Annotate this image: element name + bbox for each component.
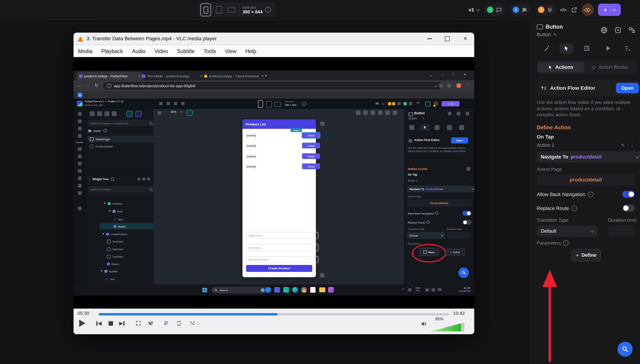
v-allow-back-row: Allow Back Navigation i bbox=[408, 211, 471, 216]
loop-button[interactable] bbox=[176, 320, 182, 326]
flutterflow-favicon bbox=[142, 74, 145, 78]
pencil-icon[interactable]: ✎ bbox=[621, 142, 625, 148]
allow-back-row: Allow Back Navigation i bbox=[537, 191, 634, 198]
device-desktop-button[interactable] bbox=[227, 4, 236, 16]
duration-input[interactable] bbox=[608, 226, 635, 237]
fullscreen-button[interactable] bbox=[135, 320, 141, 326]
cursor-icon bbox=[564, 46, 569, 51]
menu-audio[interactable]: Audio bbox=[127, 45, 150, 57]
list-tab-icon[interactable] bbox=[624, 45, 631, 52]
chevron-down-icon bbox=[590, 228, 594, 232]
define-parameters-button[interactable]: + Define bbox=[571, 249, 601, 261]
fit-left-icon bbox=[158, 111, 161, 115]
pages-search-placeholder: Search for pages or components... bbox=[90, 122, 148, 124]
v-afe-desc: Use the action flow editor if you want m… bbox=[408, 147, 471, 153]
code-icon[interactable]: </> bbox=[560, 8, 567, 12]
search-fab[interactable] bbox=[617, 342, 632, 356]
ff-project-name: product_list_app bbox=[85, 104, 103, 106]
issues-pill[interactable]: 1 bbox=[535, 4, 556, 16]
globe-icon[interactable] bbox=[600, 26, 608, 34]
replace-route-toggle[interactable] bbox=[622, 204, 634, 212]
topbar: Size (px) 390 × 844 i v1 ✓ 1 1 </> bbox=[0, 0, 640, 20]
menu-video[interactable]: Video bbox=[150, 45, 172, 57]
checks-pill[interactable]: ✓ bbox=[484, 4, 505, 16]
storyboard-icon[interactable] bbox=[628, 26, 635, 34]
vlc-video-surface[interactable]: productListApp - FlutterFlow× Test Mode … bbox=[73, 57, 474, 309]
minimize-button[interactable] bbox=[420, 32, 438, 45]
check-icon: ✓ bbox=[403, 102, 407, 106]
size-info-icon: i bbox=[265, 7, 271, 12]
device-preview-icon bbox=[363, 110, 368, 115]
tab-actions[interactable]: Actions bbox=[538, 62, 584, 72]
shuffle-button[interactable] bbox=[189, 320, 195, 326]
columns-tab-icon[interactable] bbox=[583, 45, 590, 52]
magic-tab-icon[interactable] bbox=[543, 45, 550, 52]
search-icon bbox=[214, 288, 218, 292]
comments-pill[interactable]: 1 bbox=[509, 4, 531, 16]
widget-header: Button bbox=[537, 24, 563, 30]
menu-subtitle[interactable]: Subtitle bbox=[172, 45, 199, 57]
actions-tab-icon-selected[interactable] bbox=[560, 43, 574, 54]
plus-icon: + bbox=[450, 251, 452, 254]
menu-playback[interactable]: Playback bbox=[97, 45, 127, 57]
stop-button[interactable] bbox=[109, 321, 113, 326]
comments-count: 1 bbox=[513, 6, 519, 13]
close-button[interactable]: × bbox=[456, 32, 474, 45]
run-button[interactable] bbox=[598, 4, 621, 16]
open-external-icon[interactable] bbox=[571, 6, 577, 13]
v-navigate-dropdown: Navigate To ProdcutDetail bbox=[407, 186, 474, 192]
previous-button[interactable] bbox=[96, 321, 102, 326]
ff-size-value: 390 x 844 bbox=[285, 104, 297, 106]
expand-icon bbox=[467, 167, 470, 171]
allow-back-toggle[interactable] bbox=[622, 191, 634, 198]
detail-button: Detail bbox=[302, 153, 320, 159]
vlc-titlebar[interactable]: 3. Transfer Data Between Pages.mp4 - VLC… bbox=[73, 32, 474, 45]
description-field: descripcion here... bbox=[246, 256, 318, 263]
frame-tool-icon bbox=[97, 111, 102, 116]
recorded-browser-window: productListApp - FlutterFlow× Test Mode … bbox=[73, 70, 474, 296]
button-widget-icon bbox=[537, 24, 543, 29]
device-phone-button[interactable] bbox=[200, 3, 211, 16]
ff-size-label: Size (px) bbox=[285, 100, 294, 103]
speaker-icon[interactable] bbox=[420, 321, 426, 327]
select-page-box[interactable]: productdetail bbox=[537, 174, 634, 186]
battery-icon bbox=[438, 288, 442, 291]
v-duration-input bbox=[447, 232, 471, 239]
button-widget-icon bbox=[408, 112, 413, 116]
tab-action-blocks[interactable]: Action Blocks bbox=[584, 62, 635, 72]
menu-view[interactable]: View bbox=[221, 45, 241, 57]
equalizer-button[interactable] bbox=[148, 320, 153, 326]
seek-bar[interactable] bbox=[99, 313, 449, 316]
name-field: Name here... bbox=[246, 232, 318, 239]
add-box-icon[interactable] bbox=[614, 26, 622, 34]
info-icon: i bbox=[111, 178, 114, 181]
ff-nav-rail: Connect bbox=[73, 109, 86, 284]
chevron-down-icon bbox=[381, 102, 384, 104]
text-widget-icon: T bbox=[113, 218, 116, 221]
browser-maximize-icon: □ bbox=[452, 72, 454, 76]
afe-open-button[interactable]: Open bbox=[616, 83, 639, 93]
preview-eye-button[interactable] bbox=[581, 4, 594, 16]
gear-icon bbox=[547, 7, 552, 12]
chat-icon bbox=[496, 7, 502, 13]
menu-help[interactable]: Help bbox=[241, 45, 261, 57]
version-label: v1 bbox=[469, 7, 474, 12]
shield-icon bbox=[592, 65, 596, 70]
info-icon: i bbox=[302, 102, 306, 106]
navigate-dropdown[interactable]: Navigate To productdetail bbox=[537, 151, 640, 163]
next-button[interactable] bbox=[119, 321, 124, 326]
v-afe-label: Action Flow Editor bbox=[414, 138, 440, 142]
maximize-button[interactable] bbox=[438, 32, 456, 45]
device-tablet-button[interactable] bbox=[214, 4, 224, 16]
play-tab-icon[interactable] bbox=[604, 45, 611, 52]
menu-media[interactable]: Media bbox=[73, 45, 97, 57]
volume-slider[interactable] bbox=[430, 322, 464, 332]
play-button[interactable] bbox=[79, 320, 85, 327]
kebab-icon[interactable]: ⋮ bbox=[630, 142, 635, 148]
version-dropdown[interactable]: v1 bbox=[469, 7, 480, 12]
playlist-button[interactable] bbox=[163, 320, 169, 326]
transition-dropdown[interactable]: Default bbox=[537, 226, 598, 237]
plus-icon: + bbox=[576, 252, 579, 258]
widget-name-row[interactable]: Button ✎ bbox=[537, 32, 557, 37]
menu-tools[interactable]: Tools bbox=[199, 45, 221, 57]
